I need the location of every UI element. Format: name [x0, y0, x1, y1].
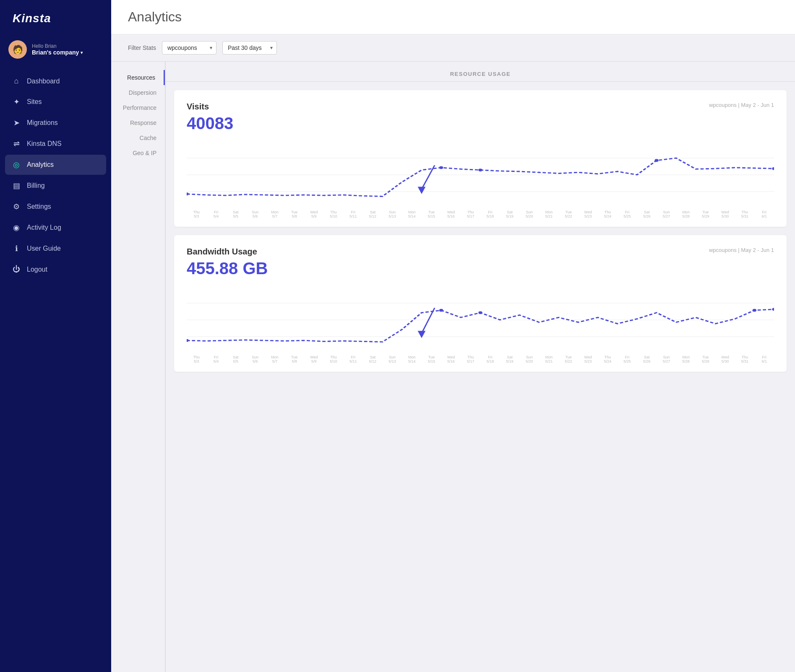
- dns-icon: ⇌: [12, 139, 21, 148]
- x-label: Sat5/5: [226, 210, 245, 218]
- period-select-wrapper: Past 30 days: [222, 41, 277, 54]
- sidebar-item-activity-log[interactable]: ◉ Activity Log: [5, 218, 106, 238]
- x-label: Sun5/6: [245, 210, 265, 218]
- x-label: Wed5/9: [304, 210, 324, 218]
- x-label: Sun5/13: [383, 210, 402, 218]
- x-label: Fri5/18: [480, 355, 500, 363]
- x-label: Mon5/7: [265, 210, 285, 218]
- sidebar-item-sites[interactable]: ✦ Sites: [5, 92, 106, 112]
- sub-nav-resources[interactable]: Resources: [111, 70, 165, 85]
- sites-icon: ✦: [12, 97, 21, 106]
- x-label: Tue5/29: [696, 210, 715, 218]
- site-select[interactable]: wpcoupons: [162, 41, 216, 54]
- guide-icon: ℹ: [12, 244, 21, 253]
- x-label: Thu5/17: [461, 355, 480, 363]
- x-label: Wed5/30: [715, 210, 735, 218]
- x-label: Mon5/28: [676, 210, 696, 218]
- x-label: Sat5/26: [637, 355, 657, 363]
- sidebar: Kinsta 🧑 Hello Brian Brian's company ▾ ⌂…: [0, 0, 111, 672]
- settings-icon: ⚙: [12, 202, 21, 211]
- x-label: Sun5/20: [519, 210, 539, 218]
- sidebar-item-settings[interactable]: ⚙ Settings: [5, 197, 106, 217]
- sub-nav-geo-ip[interactable]: Geo & IP: [111, 145, 165, 161]
- main-content: Analytics Filter Stats wpcoupons Past 30…: [111, 0, 795, 672]
- svg-point-5: [187, 192, 189, 195]
- x-label: Fri6/1: [754, 355, 774, 363]
- x-label: Tue5/22: [559, 355, 579, 363]
- x-label: Sat5/12: [363, 210, 383, 218]
- x-label: Wed5/16: [441, 355, 461, 363]
- content-area: Resources Dispersion Performance Respons…: [111, 62, 795, 672]
- user-section[interactable]: 🧑 Hello Brian Brian's company ▾: [0, 35, 111, 67]
- x-label: Fri5/25: [618, 210, 637, 218]
- sidebar-item-analytics[interactable]: ◎ Analytics: [5, 155, 106, 175]
- x-label: Sun5/6: [245, 355, 265, 363]
- svg-point-16: [439, 309, 443, 312]
- x-label: Sat5/5: [226, 355, 245, 363]
- x-label: Wed5/9: [304, 355, 324, 363]
- x-label: Sun5/20: [519, 355, 539, 363]
- x-label: Sat5/19: [500, 355, 520, 363]
- page-header: Analytics: [111, 0, 795, 34]
- svg-point-8: [654, 159, 658, 162]
- sidebar-item-billing[interactable]: ▤ Billing: [5, 176, 106, 196]
- bandwidth-meta: wpcoupons | May 2 - Jun 1: [709, 247, 774, 253]
- x-label: Sat5/26: [637, 210, 657, 218]
- svg-point-15: [187, 339, 189, 342]
- sub-nav: Resources Dispersion Performance Respons…: [111, 62, 166, 672]
- period-select[interactable]: Past 30 days: [222, 41, 277, 54]
- x-label: Tue5/29: [696, 355, 715, 363]
- sub-nav-cache[interactable]: Cache: [111, 130, 165, 145]
- x-label: Thu5/31: [735, 355, 755, 363]
- migrations-icon: ➤: [12, 118, 21, 127]
- x-label: Thu5/24: [598, 355, 618, 363]
- visits-chart: [187, 141, 774, 208]
- svg-point-18: [753, 309, 756, 312]
- x-label: Fri5/18: [480, 210, 500, 218]
- x-label: Wed5/16: [441, 210, 461, 218]
- page-title: Analytics: [128, 9, 778, 25]
- sidebar-item-kinsta-dns[interactable]: ⇌ Kinsta DNS: [5, 134, 106, 154]
- x-label: Wed5/23: [578, 210, 598, 218]
- chevron-down-icon: ▾: [81, 50, 83, 55]
- x-label: Fri6/1: [754, 210, 774, 218]
- x-label: Mon5/14: [402, 355, 422, 363]
- svg-marker-4: [418, 187, 426, 194]
- visits-title: Visits: [187, 102, 209, 112]
- sub-nav-section: Resources Dispersion Performance Respons…: [111, 62, 166, 672]
- visits-svg: [187, 141, 774, 208]
- x-label: Sun5/13: [383, 355, 402, 363]
- bandwidth-chart: [187, 286, 774, 353]
- sub-nav-dispersion[interactable]: Dispersion: [111, 85, 165, 100]
- sub-nav-response[interactable]: Response: [111, 115, 165, 130]
- x-label: Fri5/4: [206, 355, 226, 363]
- sidebar-item-logout[interactable]: ⏻ Logout: [5, 259, 106, 279]
- sub-nav-performance[interactable]: Performance: [111, 100, 165, 115]
- sidebar-item-migrations[interactable]: ➤ Migrations: [5, 113, 106, 133]
- x-label: Fri5/11: [343, 355, 363, 363]
- x-label: Tue5/8: [284, 210, 304, 218]
- activity-icon: ◉: [12, 223, 21, 232]
- x-label: Thu5/17: [461, 210, 480, 218]
- home-icon: ⌂: [12, 77, 21, 86]
- x-label: Fri5/25: [618, 355, 637, 363]
- sidebar-item-user-guide[interactable]: ℹ User Guide: [5, 239, 106, 259]
- visits-value: 40083: [187, 114, 774, 133]
- svg-marker-14: [418, 331, 426, 338]
- user-info: Hello Brian Brian's company ▾: [32, 43, 103, 56]
- sidebar-item-dashboard[interactable]: ⌂ Dashboard: [5, 71, 106, 91]
- section-header: RESOURCE USAGE: [166, 62, 795, 82]
- visits-chart-card: Visits wpcoupons | May 2 - Jun 1 40083: [174, 90, 787, 227]
- x-label: Sat5/19: [500, 210, 520, 218]
- user-greeting: Hello Brian: [32, 43, 103, 49]
- x-label: Tue5/15: [422, 355, 441, 363]
- bandwidth-title: Bandwidth Usage: [187, 247, 257, 257]
- x-label: Thu5/24: [598, 210, 618, 218]
- main-nav: ⌂ Dashboard ✦ Sites ➤ Migrations ⇌ Kinst…: [0, 71, 111, 279]
- x-label: Mon5/21: [539, 355, 559, 363]
- x-label: Tue5/8: [284, 355, 304, 363]
- x-label: Thu5/3: [187, 355, 206, 363]
- x-label: Mon5/14: [402, 210, 422, 218]
- bandwidth-value: 455.88 GB: [187, 259, 774, 278]
- filter-bar: Filter Stats wpcoupons Past 30 days: [111, 34, 795, 62]
